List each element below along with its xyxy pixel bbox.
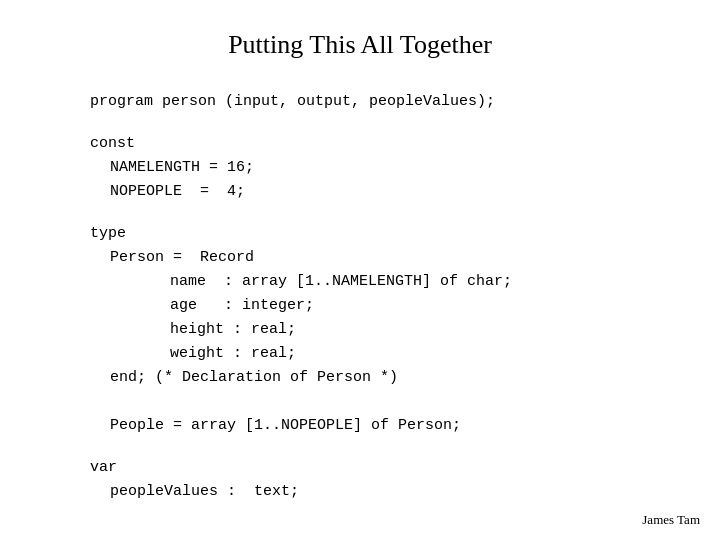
const-keyword: const bbox=[90, 132, 660, 156]
program-statement: program person (input, output, peopleVal… bbox=[90, 93, 495, 110]
code-content: program person (input, output, peopleVal… bbox=[0, 90, 720, 504]
record-end: end; (* Declaration of Person *) bbox=[90, 366, 660, 390]
type-block: type Person = Record name : array [1..NA… bbox=[90, 222, 660, 438]
author-label: James Tam bbox=[642, 512, 700, 528]
field-age: age : integer; bbox=[90, 294, 660, 318]
const-block: const NAMELENGTH = 16; NOPEOPLE = 4; bbox=[90, 132, 660, 204]
var-keyword: var bbox=[90, 456, 660, 480]
people-array: People = array [1..NOPEOPLE] of Person; bbox=[90, 414, 660, 438]
var-line-1: peopleValues : text; bbox=[90, 480, 660, 504]
const-line-2: NOPEOPLE = 4; bbox=[90, 180, 660, 204]
field-name: name : array [1..NAMELENGTH] of char; bbox=[90, 270, 660, 294]
program-line: program person (input, output, peopleVal… bbox=[90, 90, 660, 114]
type-keyword: type bbox=[90, 222, 660, 246]
person-record: Person = Record bbox=[90, 246, 660, 270]
field-height: height : real; bbox=[90, 318, 660, 342]
const-line-1: NAMELENGTH = 16; bbox=[90, 156, 660, 180]
var-block: var peopleValues : text; bbox=[90, 456, 660, 504]
page-title: Putting This All Together bbox=[0, 0, 720, 90]
field-weight: weight : real; bbox=[90, 342, 660, 366]
